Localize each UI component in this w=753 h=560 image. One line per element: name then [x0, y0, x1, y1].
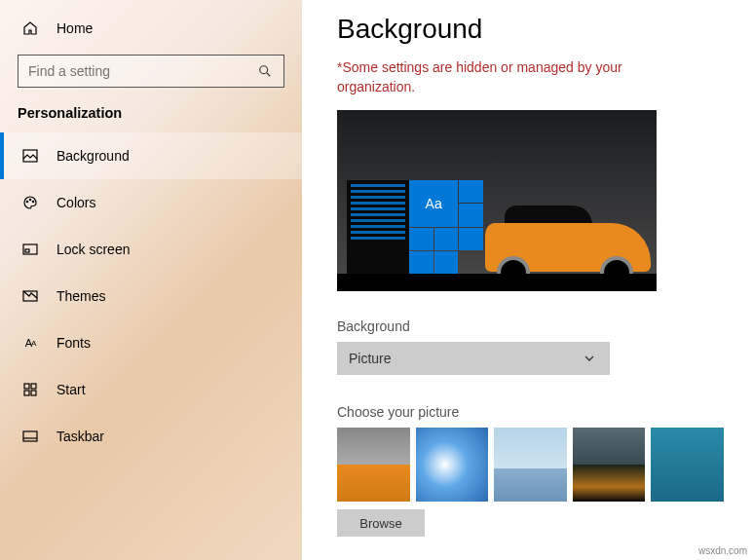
svg-rect-13: [23, 431, 37, 441]
desktop-preview: Aa: [337, 110, 657, 291]
chevron-down-icon: [581, 350, 598, 367]
background-dropdown-value: Picture: [349, 351, 392, 366]
sidebar-item-label: Colors: [56, 195, 95, 210]
taskbar-icon: [21, 428, 39, 445]
sidebar-item-label: Lock screen: [56, 242, 130, 257]
search-input[interactable]: [18, 55, 284, 88]
background-field-label: Background: [337, 318, 724, 334]
home-button[interactable]: Home: [0, 12, 302, 45]
home-icon: [21, 19, 39, 37]
svg-rect-11: [24, 391, 29, 395]
fonts-icon: AA: [21, 334, 39, 352]
sidebar-item-background[interactable]: Background: [0, 132, 302, 179]
lock-screen-icon: [21, 241, 39, 258]
browse-button[interactable]: Browse: [337, 509, 425, 537]
picture-thumb-3[interactable]: [494, 428, 567, 502]
search-field[interactable]: [28, 63, 256, 79]
svg-rect-9: [24, 384, 29, 389]
search-icon: [256, 62, 274, 80]
preview-tile-aa: Aa: [409, 180, 458, 227]
preview-taskbar: [337, 274, 657, 291]
sidebar-item-label: Start: [56, 382, 86, 397]
svg-point-0: [260, 66, 268, 74]
sidebar-item-taskbar[interactable]: Taskbar: [0, 413, 302, 460]
sidebar-item-themes[interactable]: Themes: [0, 273, 302, 319]
sidebar-item-label: Background: [56, 148, 130, 164]
svg-point-3: [26, 201, 27, 202]
search-container: [18, 55, 284, 88]
watermark: wsxdn.com: [698, 545, 747, 556]
svg-rect-7: [25, 249, 29, 252]
sidebar-item-label: Taskbar: [56, 429, 104, 444]
background-dropdown[interactable]: Picture: [337, 342, 610, 375]
palette-icon: [21, 194, 39, 211]
policy-warning: *Some settings are hidden or managed by …: [337, 58, 688, 96]
sidebar-item-colors[interactable]: Colors: [0, 179, 302, 226]
picture-thumb-2[interactable]: [416, 428, 489, 502]
home-label: Home: [56, 20, 93, 36]
svg-rect-2: [23, 150, 37, 162]
svg-point-4: [29, 199, 30, 200]
sidebar-item-fonts[interactable]: AA Fonts: [0, 319, 302, 366]
start-icon: [21, 381, 39, 398]
sidebar-item-label: Themes: [56, 288, 106, 304]
browse-button-label: Browse: [359, 516, 401, 531]
sidebar-item-lock-screen[interactable]: Lock screen: [0, 226, 302, 273]
svg-line-1: [267, 73, 271, 77]
sidebar: Home Personalization Background Colors L…: [0, 0, 302, 560]
svg-rect-10: [31, 384, 36, 389]
picture-thumb-4[interactable]: [573, 428, 646, 502]
preview-start-menu: Aa: [347, 180, 483, 274]
picture-thumb-1[interactable]: [337, 428, 410, 502]
section-title: Personalization: [0, 101, 302, 132]
sidebar-item-label: Fonts: [56, 335, 91, 351]
svg-rect-12: [31, 391, 36, 395]
svg-point-5: [32, 201, 33, 202]
sidebar-item-start[interactable]: Start: [0, 366, 302, 413]
picture-icon: [21, 147, 39, 165]
main-content: Background *Some settings are hidden or …: [302, 0, 753, 560]
choose-picture-label: Choose your picture: [337, 404, 724, 420]
picture-thumbnails: [337, 428, 724, 502]
themes-icon: [21, 287, 39, 305]
page-title: Background: [337, 14, 724, 45]
picture-thumb-5[interactable]: [651, 428, 724, 502]
